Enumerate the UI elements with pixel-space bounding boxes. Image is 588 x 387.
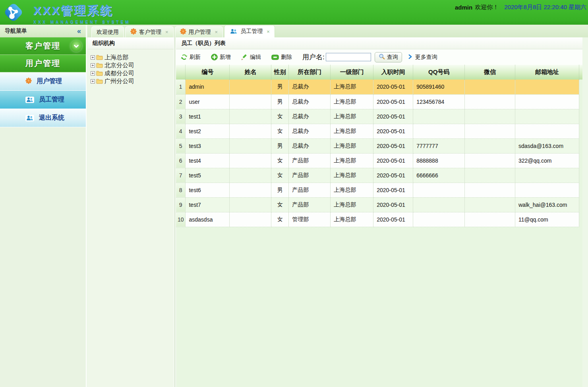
table-row[interactable]: 9test7女产品部上海总部2020-05-01walk_hai@163.com [176,197,582,212]
sidebar-collapse-icon[interactable]: « [77,27,81,35]
table-cell [230,80,271,94]
folder-icon [96,55,103,60]
chevron-down-icon[interactable] [71,41,82,52]
table-row[interactable]: 3test1女总裁办上海总部2020-05-01 [176,109,582,124]
table-cell: 男 [271,138,289,153]
table-cell [465,94,515,109]
table-cell [230,138,271,153]
sidebar-item-label: 退出系统 [39,114,64,122]
tree-node-beijing-branch[interactable]: +北京分公司 [91,61,172,69]
table-cell: 11@qq.com [515,212,579,227]
refresh-button[interactable]: 刷新 [181,54,201,61]
table-cell: 产品部 [289,197,331,212]
table-cell: 女 [271,124,289,138]
table-row[interactable]: 2user男总裁办上海总部2020-05-01123456784 [176,94,582,109]
table-row[interactable]: 1admin男总裁办上海总部2020-05-01905891460 [176,80,582,94]
more-search-link[interactable]: 更多查询 [408,54,437,61]
table-row[interactable]: 10asdasdsa女管理部上海总部2020-05-0111@qq.com [176,212,582,227]
flower-icon [25,78,32,86]
tab-employee-management[interactable]: 员工管理× [224,25,275,37]
table-cell: 2020-05-01 [373,80,413,94]
tree-node-guangzhou-branch[interactable]: +广州分公司 [91,77,172,85]
tab-close-icon[interactable]: × [215,29,218,35]
row-number-cell: 3 [176,109,186,124]
table-cell: sdasda@163.com [515,138,579,153]
add-icon [211,54,218,60]
table-cell [515,124,579,138]
table-row[interactable]: 8test6男产品部上海总部2020-05-01 [176,183,582,197]
table-cell: 管理部 [289,212,331,227]
edit-pencil-icon [241,54,248,60]
tree-expand-icon[interactable]: + [91,55,95,60]
row-spacer [579,124,582,138]
table-cell: 2020-05-01 [373,212,413,227]
table-cell [465,124,515,138]
row-spacer [579,212,582,227]
add-button[interactable]: 新增 [211,54,231,61]
row-spacer [579,153,582,168]
table-cell: 女 [271,153,289,168]
tab-welcome[interactable]: 欢迎使用 [91,26,124,37]
table-cell: 上海总部 [331,80,373,94]
tree-expand-icon[interactable]: + [91,63,95,68]
search-button[interactable]: 查询 [375,52,402,62]
tab-close-icon[interactable]: × [267,29,270,35]
delete-button[interactable]: 删除 [271,54,292,61]
table-cell: 7777777 [413,138,465,153]
column-header[interactable]: 性别 [271,65,289,80]
sidebar-group-customer-management[interactable]: 客户管理 [0,37,86,55]
table-cell [515,183,579,197]
tab-customer-management[interactable]: 客户管理× [125,26,174,37]
table-cell: 女 [271,109,289,124]
sidebar-group-label: 客户管理 [25,41,60,51]
column-header[interactable]: 入职时间 [373,65,413,80]
sidebar-item-logout[interactable]: 退出系统 [0,109,86,127]
table-row[interactable]: 5test3男总裁办上海总部2020-05-017777777sdasda@16… [176,138,582,153]
username-input[interactable] [326,53,371,61]
table-cell [413,212,465,227]
folder-icon [96,71,103,76]
table-row[interactable]: 6test4女产品部上海总部2020-05-018888888322@qq.co… [176,153,582,168]
tree-node-shanghai-hq[interactable]: +上海总部 [91,53,172,61]
employee-panel-title: 员工（职员）列表 [176,37,582,49]
table-cell: test7 [186,197,230,212]
sidebar-group-user-management[interactable]: 用户管理 [0,55,86,72]
tree-node-chengdu-branch[interactable]: +成都分公司 [91,69,172,77]
column-header[interactable]: 微信 [465,65,515,80]
tab-label: 员工管理 [240,28,263,35]
table-row[interactable]: 4test2女总裁办上海总部2020-05-01 [176,124,582,138]
folder-icon [96,63,103,68]
column-header[interactable]: QQ号码 [413,65,465,80]
table-cell: 上海总部 [331,183,373,197]
sidebar-group-label: 用户管理 [25,58,60,69]
column-header[interactable]: 所在部门 [289,65,331,80]
table-header-row: 编号姓名性别所在部门一级部门入职时间QQ号码微信邮箱地址 [176,65,582,80]
tab-user-management[interactable]: 用户管理× [175,26,223,37]
sidebar-item-employee-management[interactable]: 员工管理 [0,91,86,109]
table-cell: test3 [186,138,230,153]
column-header[interactable]: 姓名 [230,65,271,80]
column-header[interactable]: 一级部门 [331,65,373,80]
column-header[interactable]: 邮箱地址 [515,65,579,80]
table-cell: test4 [186,153,230,168]
sidebar-item-user-management[interactable]: 用户管理 [0,72,86,91]
edit-button[interactable]: 编辑 [241,54,261,61]
row-number-cell: 8 [176,183,186,197]
table-row[interactable]: 7test5女产品部上海总部2020-05-016666666 [176,168,582,183]
row-number-cell: 5 [176,138,186,153]
tab-close-icon[interactable]: × [165,29,168,35]
org-panel-title: 组织机构 [87,37,174,49]
tree-expand-icon[interactable]: + [91,71,95,76]
tree-expand-icon[interactable]: + [91,79,95,84]
table-cell: 2020-05-01 [373,153,413,168]
magnifier-icon [379,53,385,61]
table-cell: 总裁办 [289,138,331,153]
tab-label: 客户管理 [139,29,161,36]
table-cell: 男 [271,80,289,94]
logged-in-user: admin [455,4,472,11]
table-cell [465,153,515,168]
column-header[interactable]: 编号 [186,65,230,80]
tab-bar: 欢迎使用客户管理×用户管理×员工管理× [87,25,588,37]
tree-node-label: 北京分公司 [104,62,134,69]
employee-table: 编号姓名性别所在部门一级部门入职时间QQ号码微信邮箱地址1admin男总裁办上海… [176,65,582,227]
